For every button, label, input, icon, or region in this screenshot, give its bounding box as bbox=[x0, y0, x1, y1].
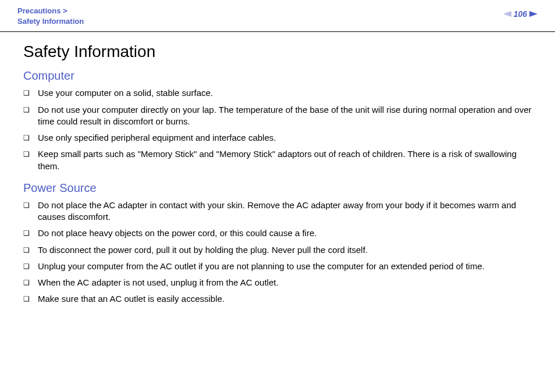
list-item: ❑To disconnect the power cord, pull it o… bbox=[23, 244, 532, 256]
bullet-icon: ❑ bbox=[23, 199, 30, 211]
list-item: ❑Use your computer on a solid, stable su… bbox=[23, 87, 532, 99]
page-header: Precautions > Safety Information 106 bbox=[0, 0, 555, 32]
bullet-list: ❑Do not place the AC adapter in contact … bbox=[23, 199, 532, 305]
bullet-icon: ❑ bbox=[23, 132, 30, 144]
svg-marker-0 bbox=[503, 11, 511, 17]
bullet-icon: ❑ bbox=[23, 277, 30, 288]
list-item-text: Unplug your computer from the AC outlet … bbox=[38, 261, 532, 272]
list-item-text: Keep small parts such as "Memory Stick" … bbox=[38, 148, 532, 172]
page-title: Safety Information bbox=[23, 42, 532, 61]
bullet-icon: ❑ bbox=[23, 244, 30, 256]
list-item-text: Use your computer on a solid, stable sur… bbox=[38, 87, 532, 99]
svg-marker-1 bbox=[529, 11, 538, 17]
list-item-text: Do not use your computer directly on you… bbox=[38, 104, 532, 128]
section: Computer❑Use your computer on a solid, s… bbox=[23, 69, 532, 172]
page-navigation: 106 bbox=[503, 9, 538, 19]
bullet-icon: ❑ bbox=[23, 261, 30, 272]
list-item: ❑Unplug your computer from the AC outlet… bbox=[23, 261, 532, 272]
list-item: ❑Make sure that an AC outlet is easily a… bbox=[23, 293, 532, 305]
list-item-text: To disconnect the power cord, pull it ou… bbox=[38, 244, 532, 256]
breadcrumb-separator: > bbox=[63, 6, 67, 15]
list-item-text: Make sure that an AC outlet is easily ac… bbox=[38, 293, 532, 305]
list-item-text: When the AC adapter is not used, unplug … bbox=[38, 277, 532, 288]
list-item-text: Do not place the AC adapter in contact w… bbox=[38, 199, 532, 223]
page-number: 106 bbox=[514, 9, 527, 19]
list-item: ❑Use only specified peripheral equipment… bbox=[23, 132, 532, 144]
next-page-icon[interactable] bbox=[529, 11, 538, 17]
bullet-icon: ❑ bbox=[23, 227, 30, 239]
list-item-text: Do not place heavy objects on the power … bbox=[38, 227, 532, 239]
bullet-list: ❑Use your computer on a solid, stable su… bbox=[23, 87, 532, 172]
page-content: Safety Information Computer❑Use your com… bbox=[0, 32, 555, 305]
bullet-icon: ❑ bbox=[23, 293, 30, 305]
list-item: ❑Do not use your computer directly on yo… bbox=[23, 104, 532, 128]
bullet-icon: ❑ bbox=[23, 104, 30, 116]
breadcrumb-top[interactable]: Precautions bbox=[17, 6, 61, 15]
list-item: ❑When the AC adapter is not used, unplug… bbox=[23, 277, 532, 288]
bullet-icon: ❑ bbox=[23, 148, 30, 160]
list-item: ❑Do not place heavy objects on the power… bbox=[23, 227, 532, 239]
list-item: ❑Keep small parts such as "Memory Stick"… bbox=[23, 148, 532, 172]
prev-page-icon[interactable] bbox=[503, 11, 511, 17]
section: Power Source❑Do not place the AC adapter… bbox=[23, 181, 532, 305]
section-heading: Power Source bbox=[23, 181, 532, 195]
bullet-icon: ❑ bbox=[23, 87, 30, 99]
list-item-text: Use only specified peripheral equipment … bbox=[38, 132, 532, 144]
breadcrumb-bottom[interactable]: Safety Information bbox=[17, 17, 84, 26]
list-item: ❑Do not place the AC adapter in contact … bbox=[23, 199, 532, 223]
section-heading: Computer bbox=[23, 69, 532, 83]
breadcrumb: Precautions > Safety Information bbox=[17, 6, 84, 27]
